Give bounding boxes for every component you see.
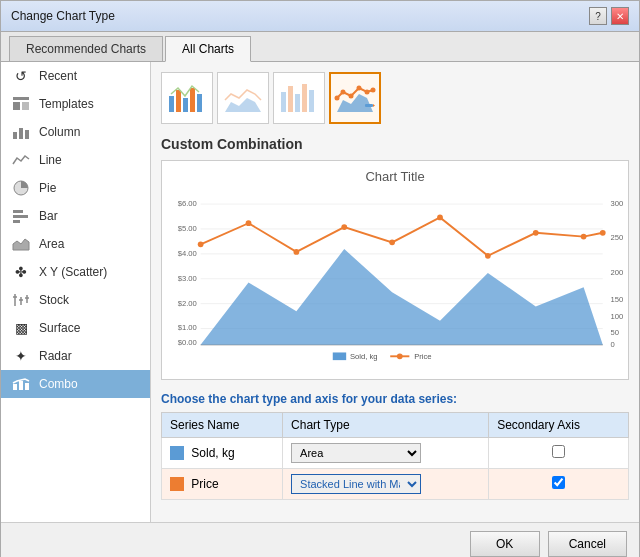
svg-text:250: 250: [610, 233, 623, 242]
sidebar-label-combo: Combo: [39, 377, 78, 391]
series-0-chart-type-cell: Area Line Column Stacked Line with Marke…: [283, 438, 489, 469]
series-1-secondary-axis-cell: [489, 469, 629, 500]
combo-type-2-btn[interactable]: [217, 72, 269, 124]
svg-point-68: [485, 253, 491, 259]
svg-rect-1: [13, 102, 20, 110]
sidebar-item-recent[interactable]: ↺ Recent: [1, 62, 150, 90]
sidebar-label-pie: Pie: [39, 181, 56, 195]
sidebar-item-column[interactable]: Column: [1, 118, 150, 146]
svg-point-67: [437, 215, 443, 221]
series-1-name: Price: [162, 469, 283, 500]
svg-rect-5: [25, 130, 29, 139]
svg-rect-23: [190, 88, 195, 112]
combo-type-3-btn[interactable]: [273, 72, 325, 124]
close-button[interactable]: ✕: [611, 7, 629, 25]
area-icon: [11, 236, 31, 252]
svg-point-64: [294, 249, 300, 255]
svg-rect-7: [13, 210, 23, 213]
svg-marker-39: [373, 104, 375, 107]
svg-text:200: 200: [610, 268, 623, 277]
svg-text:0: 0: [610, 340, 614, 349]
svg-rect-9: [13, 220, 20, 223]
series-table: Series Name Chart Type Secondary Axis So…: [161, 412, 629, 500]
combo-type-1-btn[interactable]: [161, 72, 213, 124]
svg-point-65: [341, 224, 347, 230]
svg-marker-10: [13, 239, 29, 250]
svg-point-33: [341, 90, 346, 95]
help-button[interactable]: ?: [589, 7, 607, 25]
svg-text:$6.00: $6.00: [178, 199, 197, 208]
svg-point-34: [349, 94, 354, 99]
svg-text:$5.00: $5.00: [178, 224, 197, 233]
sidebar-item-line[interactable]: Line: [1, 146, 150, 174]
combo-icon: [11, 376, 31, 392]
stock-icon: [11, 292, 31, 308]
sidebar-item-combo[interactable]: Combo: [1, 370, 150, 398]
svg-point-70: [581, 234, 587, 240]
svg-rect-27: [288, 86, 293, 112]
svg-marker-31: [337, 94, 373, 112]
svg-text:$1.00: $1.00: [178, 323, 197, 332]
col-secondary-axis: Secondary Axis: [489, 413, 629, 438]
svg-rect-3: [13, 132, 17, 139]
svg-rect-28: [295, 94, 300, 112]
series-prompt: Choose the chart type and axis for your …: [161, 392, 629, 406]
sidebar-label-recent: Recent: [39, 69, 77, 83]
change-chart-type-dialog: Change Chart Type ? ✕ Recommended Charts…: [0, 0, 640, 557]
sidebar-item-surface[interactable]: ▩ Surface: [1, 314, 150, 342]
svg-rect-17: [13, 384, 17, 390]
svg-rect-8: [13, 215, 28, 218]
svg-point-63: [246, 220, 252, 226]
chart-icons-row: [161, 72, 629, 124]
svg-rect-21: [176, 90, 181, 112]
combo-type-4-btn[interactable]: [329, 72, 381, 124]
radar-icon: ✦: [11, 348, 31, 364]
series-1-chart-type-select[interactable]: Stacked Line with Ma... Line Area Column: [291, 474, 421, 494]
series-row-0: Sold, kg Area Line Column Stacked Line w…: [162, 438, 629, 469]
sidebar-label-templates: Templates: [39, 97, 94, 111]
pie-icon: [11, 180, 31, 196]
dialog-title: Change Chart Type: [11, 9, 115, 23]
series-1-secondary-axis-checkbox[interactable]: [552, 476, 565, 489]
bar-icon: [11, 208, 31, 224]
cancel-button[interactable]: Cancel: [548, 531, 627, 557]
svg-text:50: 50: [610, 328, 619, 337]
svg-rect-30: [309, 90, 314, 112]
ok-button[interactable]: OK: [470, 531, 540, 557]
series-0-secondary-axis-cell: [489, 438, 629, 469]
svg-point-32: [335, 96, 340, 101]
tab-all-charts[interactable]: All Charts: [165, 36, 251, 62]
sidebar-label-xy: X Y (Scatter): [39, 265, 107, 279]
sidebar-item-stock[interactable]: Stock: [1, 286, 150, 314]
svg-rect-29: [302, 84, 307, 112]
svg-point-69: [533, 230, 539, 236]
svg-rect-38: [365, 104, 373, 107]
tab-recommended[interactable]: Recommended Charts: [9, 36, 163, 61]
svg-point-66: [389, 239, 395, 245]
series-0-chart-type-select[interactable]: Area Line Column Stacked Line with Marke…: [291, 443, 421, 463]
svg-text:300: 300: [610, 199, 623, 208]
column-icon: [11, 124, 31, 140]
sidebar-item-templates[interactable]: Templates: [1, 90, 150, 118]
svg-point-36: [365, 90, 370, 95]
svg-rect-4: [19, 128, 23, 139]
svg-marker-25: [225, 98, 261, 112]
sidebar-label-line: Line: [39, 153, 62, 167]
series-section: Choose the chart type and axis for your …: [161, 392, 629, 500]
series-0-name: Sold, kg: [162, 438, 283, 469]
surface-icon: ▩: [11, 320, 31, 336]
svg-rect-20: [169, 96, 174, 112]
sidebar-item-radar[interactable]: ✦ Radar: [1, 342, 150, 370]
sidebar-item-bar[interactable]: Bar: [1, 202, 150, 230]
sidebar-label-surface: Surface: [39, 321, 80, 335]
sidebar-item-area[interactable]: Area: [1, 230, 150, 258]
sidebar: ↺ Recent Templates Column Line: [1, 62, 151, 522]
sidebar-item-xy[interactable]: ✤ X Y (Scatter): [1, 258, 150, 286]
svg-rect-26: [281, 92, 286, 112]
svg-rect-19: [25, 383, 29, 390]
sidebar-item-pie[interactable]: Pie: [1, 174, 150, 202]
svg-text:$2.00: $2.00: [178, 299, 197, 308]
svg-text:100: 100: [610, 312, 623, 321]
series-0-secondary-axis-checkbox[interactable]: [552, 445, 565, 458]
svg-rect-72: [333, 352, 346, 360]
